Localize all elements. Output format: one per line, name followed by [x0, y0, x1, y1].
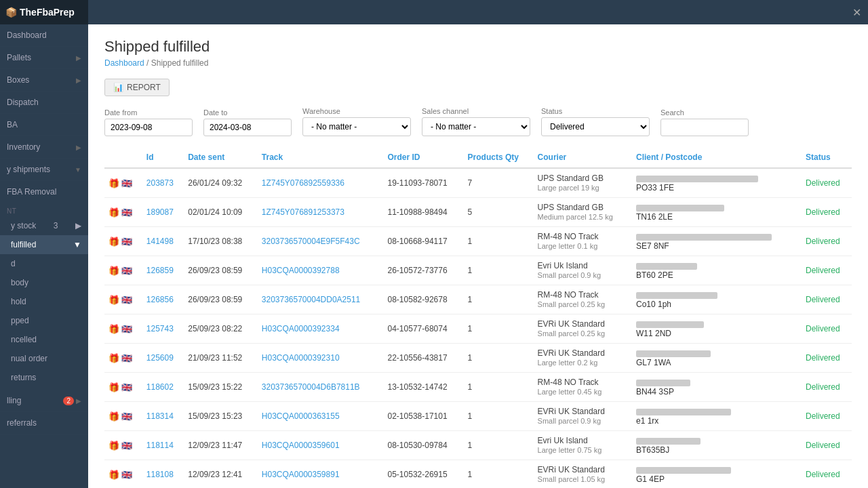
- cell-client-postcode: 125743 W11 2ND: [632, 314, 802, 344]
- client-name-blurred: 118114: [636, 438, 701, 445]
- cell-date-sent: 15/09/23 15:23: [184, 402, 258, 431]
- track-link[interactable]: 3203736570004DD0A2511: [262, 295, 360, 304]
- order-id-link[interactable]: 141498: [146, 237, 174, 246]
- cell-date-sent: 25/09/23 08:22: [184, 314, 258, 344]
- col-date-sent[interactable]: Date sent: [184, 147, 258, 168]
- sidebar-item-dashboard[interactable]: Dashboard: [0, 24, 88, 47]
- sidebar-item-nual-order[interactable]: nual order: [0, 349, 88, 368]
- order-id-link[interactable]: 203873: [146, 178, 174, 188]
- status-badge: Delivered: [806, 295, 840, 304]
- cell-courier: RM-48 NO Track Large letter 0.1 kg: [534, 227, 632, 256]
- shipments-table: Id Date sent Track Order ID Products Qty…: [104, 147, 852, 488]
- cell-courier: Evri Uk Island Small parcel 0.9 kg: [534, 256, 632, 285]
- sidebar-item-y-stock[interactable]: y stock 3 ▶: [0, 216, 88, 235]
- breadcrumb-home[interactable]: Dashboard: [104, 58, 144, 68]
- courier-sub: Large letter 0.75 kg: [538, 446, 602, 454]
- sidebar-item-returns[interactable]: returns: [0, 368, 88, 387]
- expand-icon: ▶: [76, 77, 81, 84]
- expand-icon: ▶: [76, 144, 81, 151]
- filter-status: Status Delivered: [541, 107, 650, 136]
- track-link[interactable]: H03CQA0000392334: [262, 324, 340, 333]
- sales-channel-select[interactable]: - No matter -: [422, 117, 530, 136]
- sidebar-item-ba[interactable]: BA: [0, 114, 88, 136]
- warehouse-select[interactable]: - No matter -: [302, 117, 411, 136]
- status-badge: Delivered: [806, 207, 840, 217]
- cell-qty: 1: [464, 256, 534, 285]
- cell-courier: RM-48 NO Track Small parcel 0.25 kg: [534, 285, 632, 314]
- status-badge: Delivered: [806, 178, 840, 188]
- sidebar-item-dispatch[interactable]: Dispatch: [0, 92, 88, 114]
- track-link[interactable]: H03CQA0000392788: [262, 266, 340, 275]
- postcode: GL7 1WA: [636, 358, 671, 367]
- status-badge: Delivered: [806, 441, 840, 450]
- order-id-link[interactable]: 118314: [146, 411, 174, 421]
- date-to-input[interactable]: [203, 119, 292, 136]
- order-id-link[interactable]: 126859: [146, 266, 174, 275]
- cell-courier: UPS Standard GB Large parcel 19 kg: [534, 168, 632, 198]
- col-client[interactable]: Client / Postcode: [632, 147, 802, 168]
- cell-date-sent: 02/01/24 10:09: [184, 198, 258, 227]
- order-id-link[interactable]: 118114: [146, 441, 174, 450]
- track-link[interactable]: H03CQA0000363155: [262, 411, 340, 421]
- gift-icon: 🎁: [108, 324, 119, 334]
- col-status[interactable]: Status: [802, 147, 852, 168]
- search-input[interactable]: [660, 119, 749, 136]
- cell-date-sent: 26/09/23 08:59: [184, 256, 258, 285]
- close-button[interactable]: ✕: [852, 6, 861, 19]
- track-link[interactable]: 3203736570004E9F5F43C: [262, 237, 360, 246]
- sidebar-item-y-shipments[interactable]: y shipments ▼: [0, 159, 88, 181]
- sidebar-item-lling[interactable]: lling 2 ▶: [0, 390, 88, 412]
- sidebar-item-hold[interactable]: hold: [0, 292, 88, 311]
- order-id-link[interactable]: 125743: [146, 324, 174, 333]
- filter-sales-channel: Sales channel - No matter -: [422, 107, 530, 136]
- track-link[interactable]: H03CQA0000392310: [262, 353, 340, 363]
- gift-icon: 🎁: [108, 178, 119, 188]
- warehouse-label: Warehouse: [302, 107, 411, 115]
- track-link[interactable]: 3203736570004D6B7811B: [262, 382, 360, 392]
- track-link[interactable]: 1Z745Y076891253373: [262, 207, 344, 217]
- sidebar-item-inventory[interactable]: Inventory ▶: [0, 136, 88, 159]
- track-link[interactable]: H03CQA0000359601: [262, 441, 340, 450]
- order-id-link[interactable]: 189087: [146, 207, 174, 217]
- col-courier[interactable]: Courier: [534, 147, 632, 168]
- sidebar-item-body[interactable]: body: [0, 273, 88, 292]
- order-id-link[interactable]: 118602: [146, 382, 174, 392]
- cell-client-postcode: 126856 Co10 1ph: [632, 285, 802, 314]
- cell-icons: 🎁 🇬🇧: [104, 198, 142, 227]
- status-select[interactable]: Delivered: [541, 117, 650, 136]
- cell-icons: 🎁 🇬🇧: [104, 227, 142, 256]
- col-order-id[interactable]: Order ID: [384, 147, 464, 168]
- postcode: BN44 3SP: [636, 387, 674, 396]
- order-id-link[interactable]: 125609: [146, 353, 174, 363]
- sidebar-item-ncelled[interactable]: ncelled: [0, 330, 88, 349]
- cell-track: H03CQA0000359601: [258, 431, 384, 460]
- cell-client-postcode: 126859 BT60 2PE: [632, 256, 802, 285]
- sidebar-item-pped[interactable]: pped: [0, 311, 88, 330]
- order-id-link[interactable]: 118108: [146, 470, 174, 479]
- cell-qty: 1: [464, 227, 534, 256]
- courier-sub: Large letter 0.2 kg: [538, 359, 598, 367]
- date-from-input[interactable]: [104, 119, 193, 136]
- gift-icon: 🎁: [108, 411, 119, 422]
- cell-track: H03CQA0000392788: [258, 256, 384, 285]
- courier-sub: Small parcel 0.25 kg: [538, 329, 606, 338]
- cell-track: H03CQA0000392310: [258, 344, 384, 373]
- col-qty[interactable]: Products Qty: [464, 147, 534, 168]
- cell-client-postcode: 141498 SE7 8NF: [632, 227, 802, 256]
- flag-icon: 🇬🇧: [121, 470, 132, 480]
- sidebar-item-referrals[interactable]: referrals: [0, 412, 88, 434]
- col-id[interactable]: Id: [142, 147, 184, 168]
- report-button[interactable]: 📊 REPORT: [104, 79, 170, 96]
- sidebar-item-fba-removal[interactable]: FBA Removal: [0, 181, 88, 203]
- order-id-link[interactable]: 126856: [146, 295, 174, 304]
- table-header: Id Date sent Track Order ID Products Qty…: [104, 147, 852, 168]
- track-link[interactable]: H03CQA0000359891: [262, 470, 340, 479]
- sidebar-item-fulfilled[interactable]: fulfilled ▼: [0, 235, 88, 254]
- sidebar-item-pallets[interactable]: Pallets ▶: [0, 47, 88, 69]
- col-track[interactable]: Track: [258, 147, 384, 168]
- status-badge: Delivered: [806, 353, 840, 363]
- sidebar-item-boxes[interactable]: Boxes ▶: [0, 69, 88, 92]
- track-link[interactable]: 1Z745Y076892559336: [262, 178, 344, 188]
- sidebar-item-d[interactable]: d: [0, 254, 88, 273]
- courier-sub: Small parcel 1.05 kg: [538, 475, 606, 483]
